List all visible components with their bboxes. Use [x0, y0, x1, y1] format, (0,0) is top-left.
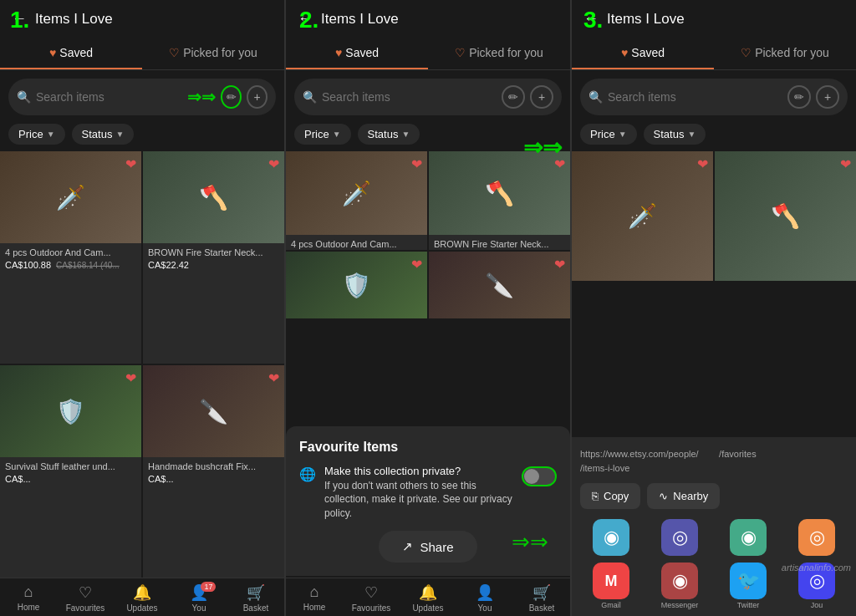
- add-button-2[interactable]: +: [530, 85, 553, 109]
- tab-picked-1[interactable]: ♡Picked for you: [142, 38, 284, 69]
- app-item-6[interactable]: ◉ Messenger: [649, 563, 711, 609]
- heart-badge-2-4[interactable]: ❤: [554, 257, 565, 272]
- basket-icon: 🛒: [247, 583, 265, 602]
- status-filter-1[interactable]: Status ▼: [72, 124, 135, 145]
- app-item-2[interactable]: ◎: [649, 519, 711, 556]
- app-item-3[interactable]: ◉: [717, 519, 779, 556]
- heart-badge-4[interactable]: ❤: [268, 370, 279, 386]
- chevron-status-3: ▼: [687, 130, 696, 139]
- you-icon-2: 👤: [476, 583, 494, 602]
- heart-badge-3-2[interactable]: ❤: [840, 156, 851, 172]
- bottom-nav-1: ⌂ Home ♡ Favourites 🔔 Updates 👤 17 You 🛒…: [0, 578, 284, 616]
- nav-basket-1[interactable]: 🛒 Basket: [227, 583, 284, 613]
- heart-badge-3[interactable]: ❤: [125, 370, 136, 386]
- add-button-1[interactable]: +: [247, 85, 268, 109]
- search-input-2[interactable]: [322, 90, 497, 104]
- share-button[interactable]: ↗ Share: [379, 531, 476, 563]
- item-name-3: Survival Stuff leather und...: [5, 461, 136, 472]
- search-icon-2: 🔍: [303, 90, 317, 104]
- item-card-2-3[interactable]: 🛡️ ❤: [286, 252, 427, 318]
- item-card-2-2[interactable]: 🪓 ❤ BROWN Fire Starter Neck... CA$22.42: [429, 151, 570, 250]
- privacy-toggle[interactable]: [522, 466, 557, 486]
- search-input-1[interactable]: [36, 90, 182, 104]
- item-card-2[interactable]: 🪓 ❤ BROWN Fire Starter Neck... CA$22.42: [143, 151, 284, 364]
- status-filter-3[interactable]: Status ▼: [644, 124, 706, 145]
- watermark: artisanalinfo.com: [782, 563, 851, 573]
- tab-saved-1[interactable]: ♥Saved: [0, 38, 142, 69]
- item-image-1: 🗡️: [0, 151, 141, 243]
- app-item-1[interactable]: ◉: [580, 519, 642, 556]
- heart-icon-5: ♥: [621, 46, 628, 59]
- app-icon-4: ◎: [798, 519, 835, 556]
- heart-badge-2-1[interactable]: ❤: [411, 156, 422, 172]
- tab-saved-2[interactable]: ♥Saved: [286, 38, 428, 69]
- price-filter-2[interactable]: Price ▼: [294, 124, 351, 145]
- heart-badge-1[interactable]: ❤: [125, 156, 136, 172]
- panel-3: ← Items I Love ♥Saved ♡Picked for you 🔍 …: [572, 0, 856, 616]
- edit-button-1[interactable]: ✏: [221, 85, 242, 109]
- nearby-button[interactable]: ∿ Nearby: [647, 483, 720, 509]
- green-arrow-2: ⇒⇒: [512, 529, 548, 555]
- price-filter-3[interactable]: Price ▼: [580, 124, 637, 145]
- app-grid-1: ◉ ◎ ◉ ◎: [580, 519, 848, 556]
- app-icon-messenger: ◉: [661, 563, 698, 599]
- item-card-3-1[interactable]: 🗡️ ❤: [572, 151, 713, 281]
- app-icon-3: ◉: [730, 519, 767, 556]
- chevron-price-2: ▼: [333, 130, 341, 139]
- item-card-1[interactable]: 🗡️ ❤ 4 pcs Outdoor And Cam... CA$100.88 …: [0, 151, 141, 364]
- tab-picked-3[interactable]: ♡Picked for you: [714, 38, 856, 69]
- nav-basket-2[interactable]: 🛒 Basket: [513, 583, 570, 613]
- panel-2-header: ← Items I Love: [286, 0, 570, 38]
- heart-badge-2-3[interactable]: ❤: [411, 257, 422, 272]
- share-url: https://www.etsy.com/people/ /favorites/…: [580, 447, 848, 475]
- share-action-row: ⎘ Copy ∿ Nearby: [580, 483, 848, 509]
- search-input-3[interactable]: [608, 90, 782, 104]
- nav-you-1[interactable]: 👤 17 You: [171, 583, 227, 613]
- item-card-2-4[interactable]: 🔪 ❤: [429, 252, 570, 318]
- nav-home-label-2: Home: [303, 603, 326, 612]
- item-price-1: CA$100.88 CA$168.14 (40...: [5, 260, 136, 270]
- app-item-4[interactable]: ◎: [786, 519, 848, 556]
- nav-home-1[interactable]: ⌂ Home: [0, 583, 57, 613]
- updates-icon-2: 🔔: [419, 583, 437, 602]
- app-item-7[interactable]: 🐦 Twitter: [717, 563, 779, 609]
- sheet-title: Favourite Items: [299, 440, 557, 455]
- item-name-1: 4 pcs Outdoor And Cam...: [5, 247, 136, 258]
- copy-button[interactable]: ⎘ Copy: [580, 483, 640, 509]
- item-card-3[interactable]: 🛡️ ❤ Survival Stuff leather und... CA$..…: [0, 365, 141, 578]
- app-item-5[interactable]: M Gmail: [580, 563, 642, 609]
- nav-updates-1[interactable]: 🔔 Updates: [114, 583, 171, 613]
- nav-fav-2[interactable]: ♡ Favourites: [343, 583, 400, 613]
- app-label-5: Gmail: [580, 601, 642, 609]
- edit-button-2[interactable]: ✏: [502, 85, 525, 109]
- fav-icon-2: ♡: [364, 583, 378, 602]
- nav-basket-label: Basket: [243, 603, 269, 613]
- tabs-3: ♥Saved ♡Picked for you: [572, 38, 856, 70]
- tab-picked-2[interactable]: ♡Picked for you: [428, 38, 570, 69]
- nav-you-2[interactable]: 👤 You: [456, 583, 513, 613]
- share-icon: ↗: [402, 539, 413, 554]
- nav-you-label-2: You: [478, 603, 492, 613]
- add-button-3[interactable]: +: [816, 85, 839, 109]
- heart-badge-2[interactable]: ❤: [268, 156, 279, 172]
- app-label-7: Twitter: [717, 601, 779, 609]
- item-name-2-1: 4 pcs Outdoor And Cam...: [291, 238, 422, 250]
- nav-favourites-1[interactable]: ♡ Favourites: [57, 583, 114, 613]
- item-image-3-2: 🪓: [715, 151, 856, 281]
- item-card-2-1[interactable]: 🗡️ ❤ 4 pcs Outdoor And Cam... CA$100.88 …: [286, 151, 427, 250]
- tab-saved-3[interactable]: ♥Saved: [572, 38, 714, 69]
- nav-fav-label-2: Favourites: [352, 603, 391, 613]
- nav-home-2[interactable]: ⌂ Home: [286, 583, 343, 613]
- item-card-4[interactable]: 🔪 ❤ Handmade bushcraft Fix... CA$...: [143, 365, 284, 578]
- globe-icon: 🌐: [299, 466, 316, 482]
- heart-badge-3-1[interactable]: ❤: [697, 156, 708, 172]
- item-card-3-2[interactable]: 🪓 ❤: [715, 151, 856, 281]
- status-filter-2[interactable]: Status ▼: [358, 124, 420, 145]
- edit-button-3[interactable]: ✏: [787, 85, 811, 109]
- app-icon-gmail: M: [593, 563, 629, 599]
- item-name-2-2: BROWN Fire Starter Neck...: [434, 238, 565, 250]
- price-filter-1[interactable]: Price ▼: [8, 124, 65, 145]
- app-icon-1: ◉: [593, 519, 629, 556]
- share-btn-row: ↗ Share ⇒⇒: [299, 531, 557, 563]
- nav-updates-2[interactable]: 🔔 Updates: [400, 583, 456, 613]
